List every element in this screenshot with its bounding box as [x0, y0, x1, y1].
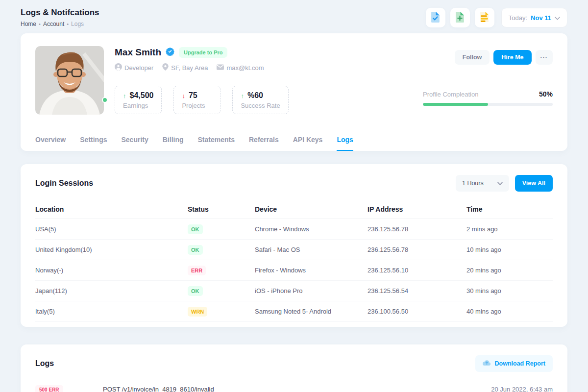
- session-location: Japan(112): [35, 287, 188, 294]
- session-device: Firefox - Windows: [255, 267, 368, 274]
- column-header: Status: [188, 205, 255, 213]
- stat-card: 75 Projects: [173, 86, 220, 114]
- session-location: Italy(5): [35, 308, 188, 315]
- profile-email: max@kt.com: [217, 64, 264, 72]
- session-row: United Kingdom(10) OK Safari - Mac OS 23…: [35, 240, 553, 260]
- tab[interactable]: Referrals: [249, 136, 279, 151]
- chevron-down-icon: [497, 180, 503, 187]
- session-status-badge: ERR: [188, 266, 206, 275]
- log-row: 500 ERR POST /v1/invoice/in_4819_8610/in…: [35, 386, 553, 392]
- page: Logs & Notifcations Home• Account• Logs: [0, 0, 588, 392]
- profile-side: Follow Hire Me ··· Profile Compleation 5…: [411, 46, 553, 115]
- profile-role: Developer: [115, 63, 153, 72]
- topbar-left: Logs & Notifcations Home• Account• Logs: [21, 8, 99, 27]
- tab[interactable]: Overview: [35, 136, 66, 151]
- more-options-button[interactable]: ···: [536, 50, 553, 65]
- login-sessions-card: Login Sessions 1 Hours View All Location…: [21, 164, 567, 327]
- profile-card: Max Smith Upgrade to Pro Developer: [21, 33, 567, 151]
- profile-stats: $4,500 Earnings 75 Projects: [115, 86, 411, 114]
- upgrade-to-pro-badge[interactable]: Upgrade to Pro: [179, 47, 227, 58]
- envelope-icon: [217, 64, 224, 72]
- stat-label: Projects: [182, 102, 212, 109]
- hire-me-button[interactable]: Hire Me: [493, 50, 531, 65]
- log-path: POST /v1/invoice/in_4819_8610/invalid: [103, 386, 491, 392]
- completion-progress-fill: [423, 103, 488, 106]
- session-status-badge: WRN: [188, 307, 207, 317]
- tab[interactable]: API Keys: [293, 136, 323, 151]
- session-time: 20 mins ago: [466, 267, 553, 274]
- tab[interactable]: Statements: [198, 136, 235, 151]
- log-timestamp: 20 Jun 2022, 6:43 am: [491, 386, 553, 392]
- breadcrumb-item[interactable]: Account: [43, 21, 64, 27]
- session-ip: 236.125.56.78: [368, 225, 466, 233]
- session-ip: 236.100.56.50: [368, 308, 466, 315]
- completion-value: 50%: [539, 90, 553, 98]
- trend-arrow-icon: [123, 92, 126, 99]
- file-note-button[interactable]: [475, 8, 494, 27]
- session-row: Japan(112) OK iOS - iPhone Pro 236.125.5…: [35, 281, 553, 301]
- stat-value: 75: [189, 91, 197, 100]
- session-ip: 236.125.56.10: [368, 267, 466, 274]
- stat-value: %60: [247, 91, 263, 100]
- profile-location: SF, Bay Area: [162, 63, 208, 72]
- stat-label: Success Rate: [241, 102, 280, 109]
- session-row: Italy(5) WRN Samsung Noted 5- Android 23…: [35, 301, 553, 322]
- follow-button[interactable]: Follow: [455, 50, 490, 65]
- person-icon: [115, 63, 122, 72]
- tab[interactable]: Security: [122, 136, 148, 151]
- logs-card: Logs Download Report 500 ERR POST /v1/in…: [21, 344, 567, 392]
- session-row: USA(5) OK Chrome - Windows 236.125.56.78…: [35, 219, 553, 240]
- column-header: Time: [466, 205, 553, 213]
- breadcrumb-separator: •: [39, 21, 41, 27]
- date-picker[interactable]: Today: Nov 11: [501, 8, 567, 27]
- view-all-button[interactable]: View All: [515, 175, 553, 192]
- tab[interactable]: Logs: [337, 136, 353, 151]
- profile-main: Max Smith Upgrade to Pro Developer: [115, 46, 411, 115]
- date-value: Nov 11: [531, 14, 551, 22]
- session-device: Safari - Mac OS: [255, 246, 368, 253]
- tab[interactable]: Billing: [163, 136, 184, 151]
- tab[interactable]: Settings: [80, 136, 107, 151]
- column-header: Location: [35, 205, 188, 213]
- session-time: 10 mins ago: [466, 246, 553, 253]
- session-status-badge: OK: [188, 224, 203, 234]
- completion-progress-bar: [423, 103, 553, 106]
- login-sessions-title: Login Sessions: [35, 179, 93, 188]
- file-plus-icon: [455, 11, 465, 24]
- map-pin-icon: [162, 63, 169, 72]
- trend-arrow-icon: [182, 92, 185, 99]
- chevron-down-icon: [555, 14, 560, 22]
- stat-label: Earnings: [123, 102, 153, 109]
- topbar-actions: Today: Nov 11: [426, 8, 567, 27]
- session-location: United Kingdom(10): [35, 246, 188, 253]
- column-header: IP Address: [368, 205, 466, 213]
- file-plus-button[interactable]: [450, 8, 470, 27]
- breadcrumb: Home• Account• Logs: [21, 21, 99, 27]
- download-report-button[interactable]: Download Report: [475, 355, 553, 372]
- file-check-button[interactable]: [426, 8, 445, 27]
- file-check-icon: [430, 11, 441, 24]
- stat-card: $4,500 Earnings: [115, 86, 162, 114]
- sessions-table-header: Location Status Device IP Address Time: [35, 199, 553, 219]
- stat-card: %60 Success Rate: [232, 86, 288, 114]
- breadcrumb-item[interactable]: Logs: [71, 21, 84, 27]
- profile-name: Max Smith: [115, 47, 161, 58]
- date-label: Today:: [509, 14, 527, 22]
- log-status-badge: 500 ERR: [35, 385, 63, 392]
- logs-title: Logs: [35, 359, 54, 368]
- column-header: Device: [255, 205, 368, 213]
- session-time: 2 mins ago: [466, 225, 553, 233]
- topbar: Logs & Notifcations Home• Account• Logs: [21, 0, 567, 27]
- session-status-badge: OK: [188, 286, 203, 296]
- session-device: iOS - iPhone Pro: [255, 287, 368, 294]
- cloud-upload-icon: [483, 360, 491, 368]
- profile-top: Max Smith Upgrade to Pro Developer: [35, 46, 553, 115]
- session-device: Chrome - Windows: [255, 225, 368, 233]
- verified-badge-icon: [166, 47, 174, 58]
- session-ip: 236.125.56.78: [368, 246, 466, 253]
- session-time: 30 mins ago: [466, 287, 553, 294]
- time-filter-select[interactable]: 1 Hours: [456, 175, 509, 192]
- session-location: USA(5): [35, 225, 188, 233]
- stat-value: $4,500: [130, 91, 154, 100]
- breadcrumb-item[interactable]: Home: [21, 21, 36, 27]
